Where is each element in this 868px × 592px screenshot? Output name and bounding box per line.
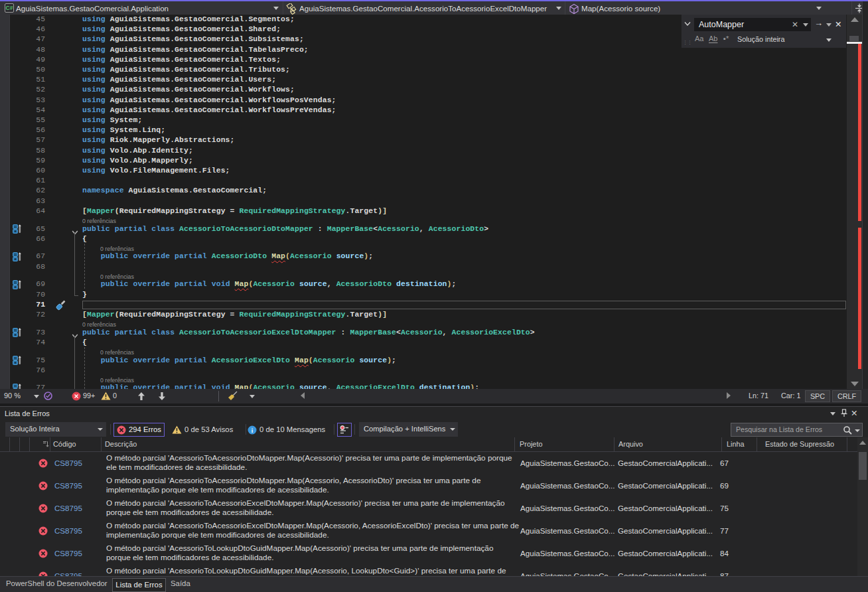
svg-text:i: i bbox=[252, 427, 253, 434]
